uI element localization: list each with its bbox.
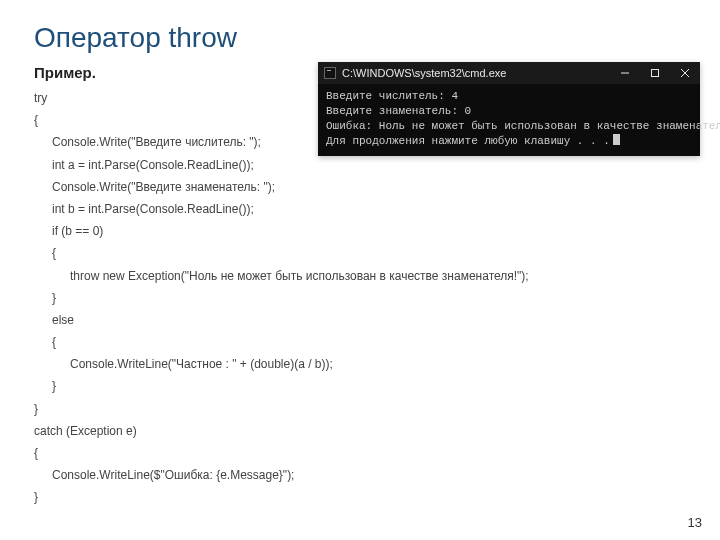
maximize-icon [650,68,660,78]
slide-title: Оператор throw [34,22,686,54]
code-line: Console.WriteLine("Частное : " + (double… [34,353,686,375]
code-line: int a = int.Parse(Console.ReadLine()); [34,154,686,176]
code-line: Console.WriteLine($"Ошибка: {e.Message}"… [34,464,686,486]
console-line: Ошибка: Ноль не может быть использован в… [326,119,692,134]
code-line: { [34,331,686,353]
code-line: } [34,486,686,508]
code-line: if (b == 0) [34,220,686,242]
console-line: Для продолжения нажмите любую клавишу . … [326,134,692,149]
code-line: int b = int.Parse(Console.ReadLine()); [34,198,686,220]
console-titlebar: C:\WINDOWS\system32\cmd.exe [318,62,700,84]
slide: Оператор throw Пример. try{Console.Write… [0,0,720,540]
code-line: } [34,398,686,420]
maximize-button[interactable] [640,62,670,84]
code-line: { [34,242,686,264]
minimize-icon [620,68,630,78]
close-button[interactable] [670,62,700,84]
code-line: Console.Write("Введите знаменатель: "); [34,176,686,198]
minimize-button[interactable] [610,62,640,84]
console-title-text: C:\WINDOWS\system32\cmd.exe [342,67,610,79]
code-line: } [34,375,686,397]
window-buttons [610,62,700,84]
close-icon [680,68,690,78]
code-line: { [34,442,686,464]
code-line: catch (Exception e) [34,420,686,442]
console-line: Введите знаменатель: 0 [326,104,692,119]
cmd-icon [324,67,336,79]
code-line: throw new Exception("Ноль не может быть … [34,265,686,287]
console-line: Введите числитель: 4 [326,89,692,104]
page-number: 13 [688,515,702,530]
console-body: Введите числитель: 4Введите знаменатель:… [318,84,700,156]
code-line: } [34,287,686,309]
cursor-icon [613,134,620,145]
code-line: else [34,309,686,331]
console-window: C:\WINDOWS\system32\cmd.exe Введите числ… [318,62,700,156]
svg-rect-1 [652,70,659,77]
